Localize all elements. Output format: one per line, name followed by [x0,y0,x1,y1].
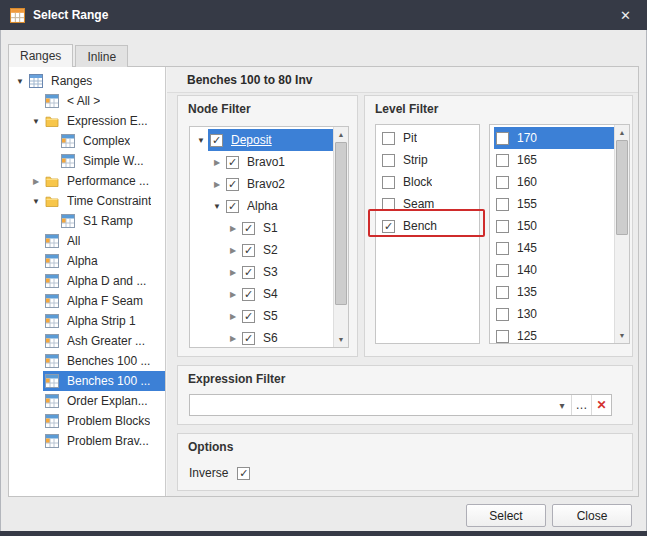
checkbox[interactable]: ✓ [242,222,255,235]
expand-arrow-icon[interactable]: ▶ [226,246,240,255]
inverse-checkbox[interactable]: ✓ [237,467,250,480]
node-row[interactable]: ▶✓Bravo2 [190,173,333,195]
checkbox[interactable] [496,286,509,299]
checkbox[interactable] [496,264,509,277]
close-button[interactable]: Close [552,504,632,527]
select-button[interactable]: Select [466,504,546,527]
checkbox[interactable] [496,330,509,343]
level-row[interactable]: 145 [490,237,614,259]
expand-arrow-icon[interactable]: ▶ [226,334,240,343]
range-row[interactable]: All [9,231,165,251]
range-row[interactable]: S1 Ramp [9,211,165,231]
expand-arrow-icon[interactable]: ▶ [29,177,43,186]
expression-browse-button[interactable]: … [571,395,591,415]
collapse-arrow-icon[interactable]: ▼ [210,202,224,211]
node-row[interactable]: ▶✓S2 [190,239,333,261]
leveltype-row[interactable]: Pit [376,127,479,149]
tab-inline[interactable]: Inline [75,45,128,67]
node-row[interactable]: ▶✓S3 [190,261,333,283]
checkbox[interactable] [382,176,395,189]
range-row[interactable]: ▶Performance ... [9,171,165,191]
leveltype-row[interactable]: Block [376,171,479,193]
scroll-thumb[interactable] [616,140,628,235]
expand-arrow-icon[interactable]: ▶ [226,224,240,233]
leveltype-row[interactable]: Strip [376,149,479,171]
range-row[interactable]: ▼Expression E... [9,111,165,131]
tab-ranges[interactable]: Ranges [8,44,73,67]
range-row[interactable]: ▼Ranges [9,71,165,91]
checkbox[interactable] [496,242,509,255]
level-row[interactable]: 150 [490,215,614,237]
range-row[interactable]: Ash Greater ... [9,331,165,351]
level-row[interactable]: 135 [490,281,614,303]
level-row[interactable]: 125 [490,325,614,343]
checkbox[interactable] [382,132,395,145]
node-row[interactable]: ▶✓S5 [190,305,333,327]
checkbox[interactable]: ✓ [226,200,239,213]
checkbox[interactable]: ✓ [242,266,255,279]
range-row[interactable]: Alpha D and ... [9,271,165,291]
range-row[interactable]: ▼Time Constraint [9,191,165,211]
expand-arrow-icon[interactable]: ▶ [226,290,240,299]
range-row[interactable]: Order Explan... [9,391,165,411]
range-row[interactable]: Alpha Strip 1 [9,311,165,331]
checkbox[interactable] [496,308,509,321]
collapse-arrow-icon[interactable]: ▼ [29,117,43,126]
checkbox[interactable] [496,154,509,167]
checkbox[interactable] [496,176,509,189]
level-row[interactable]: 155 [490,193,614,215]
checkbox[interactable]: ✓ [242,288,255,301]
scroll-down-icon[interactable]: ▼ [334,332,348,347]
range-row[interactable]: Complex [9,131,165,151]
range-row[interactable]: Alpha F Seam [9,291,165,311]
level-list-scrollbar[interactable]: ▲ ▼ [614,125,629,343]
level-row[interactable]: 160 [490,171,614,193]
collapse-arrow-icon[interactable]: ▼ [194,136,208,145]
range-row[interactable]: Problem Blocks [9,411,165,431]
checkbox[interactable]: ✓ [226,156,239,169]
chevron-down-icon[interactable]: ▾ [553,400,571,411]
level-row[interactable]: 165 [490,149,614,171]
expand-arrow-icon[interactable]: ▶ [210,158,224,167]
checkbox[interactable]: ✓ [242,310,255,323]
checkbox[interactable] [496,220,509,233]
close-icon[interactable]: ✕ [614,6,637,25]
checkbox[interactable]: ✓ [242,332,255,345]
scroll-down-icon[interactable]: ▼ [615,328,629,343]
node-row[interactable]: ▼✓Deposit [190,129,333,151]
scroll-thumb[interactable] [335,142,347,305]
checkbox[interactable] [382,154,395,167]
range-row[interactable]: Benches 100 ... [9,351,165,371]
node-row[interactable]: ▶✓S6 [190,327,333,347]
collapse-arrow-icon[interactable]: ▼ [13,77,27,86]
checkbox[interactable] [382,198,395,211]
node-row[interactable]: ▼✓Alpha [190,195,333,217]
node-row[interactable]: ▶✓Bravo1 [190,151,333,173]
expand-arrow-icon[interactable]: ▶ [226,312,240,321]
node-filter-scrollbar[interactable]: ▲ ▼ [333,127,348,347]
checkbox[interactable]: ✓ [210,134,223,147]
range-row[interactable]: Simple W... [9,151,165,171]
range-row[interactable]: Benches 100 ... [9,371,165,391]
checkbox[interactable]: ✓ [242,244,255,257]
expand-arrow-icon[interactable]: ▶ [226,268,240,277]
scroll-up-icon[interactable]: ▲ [334,127,348,142]
checkbox[interactable]: ✓ [226,178,239,191]
collapse-arrow-icon[interactable]: ▼ [29,197,43,206]
level-row[interactable]: 130 [490,303,614,325]
range-row[interactable]: < All > [9,91,165,111]
leveltype-row[interactable]: ✓Bench [376,215,479,237]
node-row[interactable]: ▶✓S4 [190,283,333,305]
leveltype-row[interactable]: Seam [376,193,479,215]
checkbox[interactable] [496,132,509,145]
range-row[interactable]: Problem Brav... [9,431,165,451]
expression-clear-icon[interactable]: ✕ [591,395,611,415]
node-row[interactable]: ▶✓S1 [190,217,333,239]
scroll-up-icon[interactable]: ▲ [615,125,629,140]
level-row[interactable]: 170 [490,127,614,149]
range-row[interactable]: Alpha [9,251,165,271]
expression-input[interactable] [190,395,553,415]
level-row[interactable]: 140 [490,259,614,281]
checkbox[interactable] [496,198,509,211]
checkbox[interactable]: ✓ [382,220,395,233]
